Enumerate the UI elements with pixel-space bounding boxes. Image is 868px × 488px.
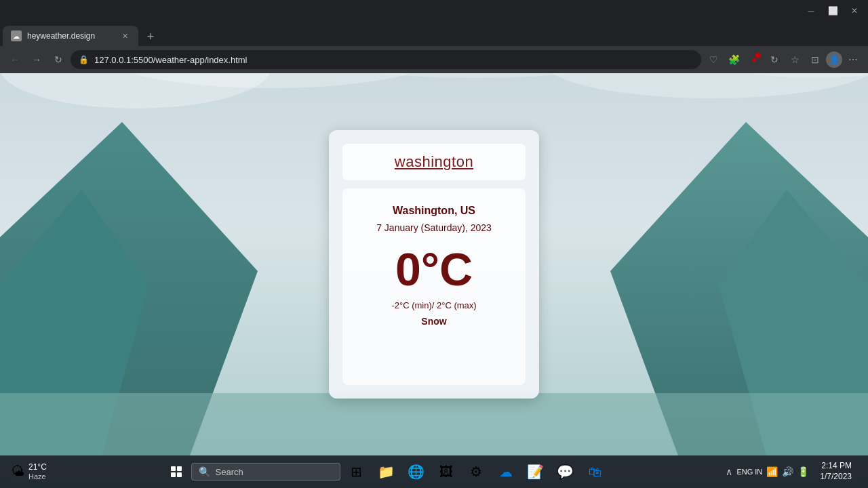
weather-card: washington Washington, US 7 January (Sat… xyxy=(329,130,539,399)
address-text: 127.0.0.1:5500/weather-app/index.html xyxy=(94,55,693,65)
forward-button[interactable]: → xyxy=(27,50,46,69)
store-button[interactable]: 🛍 xyxy=(582,458,609,485)
city-name: Washington, US xyxy=(393,205,475,217)
temperature-display: 0°C xyxy=(395,244,473,295)
tab-title: heyweather.design xyxy=(27,31,114,41)
onedrive-button[interactable]: ☁ xyxy=(492,458,519,485)
nav-actions: ♡ 🧩 ● ↻ ☆ ⊡ 👤 ⋯ xyxy=(704,50,863,69)
update-button[interactable]: ↻ xyxy=(765,50,784,69)
menu-button[interactable]: ⋯ xyxy=(844,50,863,69)
clock-date: 1/7/2023 xyxy=(820,472,852,483)
edge-button[interactable]: 🌐 xyxy=(403,458,430,485)
system-clock[interactable]: 2:14 PM 1/7/2023 xyxy=(814,461,857,482)
search-input-value[interactable]: washington xyxy=(395,153,473,171)
taskbar-search-icon: 🔍 xyxy=(199,466,210,477)
weather-widget[interactable]: 🌤 21°C Haze xyxy=(5,460,52,484)
new-tab-button[interactable]: + xyxy=(141,27,160,46)
weather-widget-icon: 🌤 xyxy=(11,464,24,479)
wifi-icon[interactable]: 📶 xyxy=(766,466,778,477)
settings-button[interactable]: ⚙ xyxy=(462,458,490,485)
collections-button[interactable]: ⊡ xyxy=(806,50,825,69)
file-explorer-button[interactable]: 📁 xyxy=(373,458,400,485)
address-bar[interactable]: 🔒 127.0.0.1:5500/weather-app/index.html xyxy=(71,50,701,69)
title-bar: ─ ⬜ ✕ xyxy=(0,0,868,22)
clock-time: 2:14 PM xyxy=(821,461,852,472)
refresh-button[interactable]: ↻ xyxy=(49,50,68,69)
star-button[interactable]: ☆ xyxy=(785,50,804,69)
back-button[interactable]: ← xyxy=(5,50,24,69)
vscode-button[interactable]: 📝 xyxy=(522,458,549,485)
search-section: washington xyxy=(342,144,526,180)
battery-icon[interactable]: 🔋 xyxy=(797,466,809,477)
restore-button[interactable]: ⬜ xyxy=(825,3,841,19)
tab-bar: ☁ heyweather.design ✕ + xyxy=(0,22,868,46)
system-tray: ∧ ENG IN 📶 🔊 🔋 xyxy=(720,466,814,477)
widget-temperature: 21°C xyxy=(28,462,47,472)
extensions-button[interactable]: 🧩 xyxy=(724,50,743,69)
start-button[interactable] xyxy=(164,460,189,484)
minimize-button[interactable]: ─ xyxy=(803,3,819,19)
taskbar: 🌤 21°C Haze 🔍 Search ⊞ 📁 🌐 🖼 ⚙ ☁ xyxy=(0,455,868,488)
lock-icon: 🔒 xyxy=(79,55,89,64)
tab-close-button[interactable]: ✕ xyxy=(119,30,130,41)
weather-date: 7 January (Saturday), 2023 xyxy=(376,222,492,233)
task-view-button[interactable]: ⊞ xyxy=(343,458,370,485)
bookmark-heart-button[interactable]: ♡ xyxy=(704,50,723,69)
taskbar-search-bar[interactable]: 🔍 Search xyxy=(191,463,340,481)
taskbar-center: 🔍 Search ⊞ 📁 🌐 🖼 ⚙ ☁ 📝 💬 🛍 xyxy=(164,458,609,485)
whatsapp-button[interactable]: 💬 xyxy=(552,458,579,485)
widget-condition: Haze xyxy=(28,472,47,481)
chevron-up-icon[interactable]: ∧ xyxy=(726,466,732,477)
profile-button[interactable]: 👤 xyxy=(826,52,842,68)
volume-icon[interactable]: 🔊 xyxy=(782,466,793,477)
weather-info-card: Washington, US 7 January (Saturday), 202… xyxy=(342,188,526,385)
tab-favicon: ☁ xyxy=(11,30,22,41)
page-content: washington Washington, US 7 January (Sat… xyxy=(0,73,868,455)
nav-bar: ← → ↻ 🔒 127.0.0.1:5500/weather-app/index… xyxy=(0,46,868,73)
lang-indicator[interactable]: ENG IN xyxy=(736,468,762,476)
photos-button[interactable]: 🖼 xyxy=(433,458,460,485)
weather-description: Snow xyxy=(421,316,446,327)
browser-tab[interactable]: ☁ heyweather.design ✕ xyxy=(3,26,138,46)
weather-widget-text: 21°C Haze xyxy=(28,462,47,481)
taskbar-search-text: Search xyxy=(216,467,243,477)
ublock-button[interactable]: ● xyxy=(745,50,764,69)
close-button[interactable]: ✕ xyxy=(846,3,863,19)
windows-logo-icon xyxy=(171,466,182,477)
temp-range: -2°C (min)/ 2°C (max) xyxy=(391,300,476,310)
